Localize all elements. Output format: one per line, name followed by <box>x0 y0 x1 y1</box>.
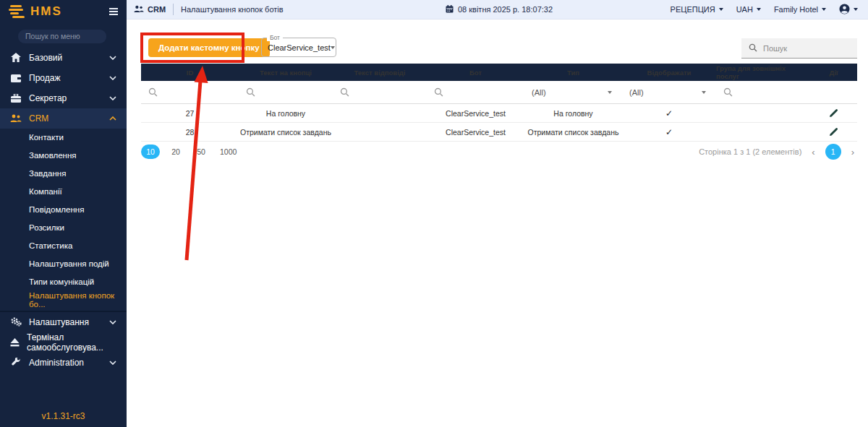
filter-button-text[interactable] <box>239 81 333 103</box>
sidebar-subitem-bot-buttons-settings[interactable]: Налаштування кнопок бо... <box>0 291 127 309</box>
caret-down-icon <box>608 91 612 94</box>
filter-id[interactable] <box>141 81 239 103</box>
filter-external-group[interactable] <box>716 81 810 103</box>
crm-module-icon <box>134 5 144 14</box>
filter-type-value: (All) <box>532 88 546 97</box>
col-header-actions[interactable]: Дії <box>810 64 857 81</box>
cell-button-text: На головну <box>239 104 333 122</box>
col-header-button-text[interactable]: Текст на кнопці <box>239 64 333 81</box>
wrench-icon <box>10 358 22 368</box>
breadcrumb-module[interactable]: CRM <box>134 5 166 14</box>
caret-down-icon <box>702 91 706 94</box>
caret-down-icon <box>331 46 335 49</box>
caret-down-icon <box>719 8 723 11</box>
table-filter-row: (All) (All) <box>141 81 857 104</box>
chevron-up-icon <box>109 116 116 121</box>
sidebar-subitem-communication-types[interactable]: Типи комунікацій <box>0 273 127 291</box>
hotel-dropdown[interactable]: Family Hotel <box>774 5 826 14</box>
prev-page-button[interactable]: ‹ <box>809 147 817 158</box>
sidebar-subitem-orders[interactable]: Замовлення <box>0 147 127 165</box>
hamburger-menu-icon[interactable] <box>109 8 118 15</box>
page-size-10[interactable]: 10 <box>141 145 160 159</box>
col-header-id[interactable]: ID <box>141 64 239 81</box>
filter-reply-text[interactable] <box>333 81 427 103</box>
chevron-down-icon <box>109 320 116 324</box>
col-header-reply-text[interactable]: Текст відповіді <box>333 64 427 81</box>
subitem-label: Типи комунікацій <box>29 277 94 286</box>
table-header-row: ID Текст на кнопці Текст відповіді Бот Т… <box>141 64 857 81</box>
col-header-external-group[interactable]: Група для зовнішніх послуг <box>716 64 810 81</box>
sidebar-item-settings[interactable]: Налаштування <box>0 312 127 332</box>
sidebar-subitem-event-settings[interactable]: Налаштування подій <box>0 255 127 273</box>
sidebar-item-basic[interactable]: Базовий <box>0 48 127 68</box>
cell-external-group <box>716 123 810 141</box>
sidebar-menu-search-input[interactable] <box>18 30 106 43</box>
briefcase-icon <box>10 93 22 103</box>
search-icon <box>749 42 757 55</box>
subitem-label: Повідомлення <box>29 205 84 214</box>
col-header-type[interactable]: Тип <box>524 64 622 81</box>
bot-select-value: ClearService_test <box>268 43 331 52</box>
sidebar-item-label: Секретар <box>29 93 67 103</box>
table-row[interactable]: 27 На головну ClearService_test На голов… <box>141 104 857 123</box>
breadcrumb-separator <box>173 4 174 15</box>
sidebar-subitem-messages[interactable]: Повідомлення <box>0 201 127 219</box>
filter-type-select[interactable]: (All) <box>524 81 622 103</box>
filter-display-value: (All) <box>629 88 644 97</box>
sidebar-subitem-contacts[interactable]: Контакти <box>0 129 127 147</box>
sidebar-item-label: Налаштування <box>29 317 89 327</box>
table-search[interactable] <box>741 38 857 59</box>
sidebar-subitem-mailings[interactable]: Розсилки <box>0 219 127 237</box>
currency-dropdown[interactable]: UAH <box>736 5 761 14</box>
subitem-label: Контакти <box>29 133 64 142</box>
cell-id: 28 <box>141 123 239 141</box>
calendar-icon <box>446 5 454 14</box>
sidebar-item-crm[interactable]: CRM <box>0 108 127 129</box>
filter-display-select[interactable]: (All) <box>622 81 716 103</box>
datetime-text: 08 квітня 2025 р. 18:07:32 <box>458 5 553 14</box>
cell-external-group <box>716 104 810 122</box>
chevron-down-icon <box>109 56 116 60</box>
subitem-label: Налаштування кнопок бо... <box>29 291 127 309</box>
subitem-label: Замовлення <box>29 151 77 160</box>
page-size-20[interactable]: 20 <box>166 145 185 159</box>
sidebar-subitem-tasks[interactable]: Завдання <box>0 165 127 183</box>
page-size-50[interactable]: 50 <box>192 145 210 159</box>
add-custom-button[interactable]: Додати кастомну кнопку <box>148 38 270 57</box>
next-page-button[interactable]: › <box>848 147 857 158</box>
col-header-display[interactable]: Відображати <box>622 64 716 81</box>
chevron-down-icon <box>109 361 116 365</box>
sidebar-item-sales[interactable]: Продаж <box>0 68 127 88</box>
chevron-down-icon <box>109 96 116 100</box>
sidebar-item-label: Administration <box>29 358 84 368</box>
caret-down-icon <box>822 8 826 11</box>
sidebar-item-administration[interactable]: Administration <box>0 353 127 373</box>
table-search-input[interactable] <box>763 44 843 53</box>
sidebar-item-self-service-terminal[interactable]: Термінал самообслуговува... <box>0 332 127 353</box>
filter-bot[interactable] <box>427 81 524 103</box>
app-window: HMS Базовий Продаж Секретар CRM Контак <box>0 0 868 427</box>
col-header-bot[interactable]: Бот <box>427 64 524 81</box>
eject-icon <box>10 337 20 348</box>
bot-select[interactable]: Бот ClearService_test <box>261 38 336 57</box>
edit-button[interactable] <box>810 123 857 141</box>
home-icon <box>10 53 22 63</box>
page-size-1000[interactable]: 1000 <box>217 145 239 159</box>
cell-type: На головну <box>524 104 622 122</box>
user-menu[interactable] <box>839 4 858 16</box>
edit-button[interactable] <box>810 104 857 122</box>
pagination: 10 20 50 1000 Сторінка 1 з 1 (2 елементі… <box>141 144 857 160</box>
department-dropdown[interactable]: РЕЦЕПЦИЯ <box>671 5 723 14</box>
subitem-label: Завдання <box>29 169 66 178</box>
display-check-icon: ✓ <box>622 104 716 122</box>
topbar: CRM Налаштування кнопок ботів 08 квітня … <box>127 0 868 20</box>
cell-type: Отримати список завдань <box>524 123 622 141</box>
users-icon <box>10 113 22 124</box>
subitem-label: Розсилки <box>29 223 64 232</box>
table-row[interactable]: 28 Отримати список завдань ClearService_… <box>141 123 857 142</box>
sidebar-subitem-companies[interactable]: Компанії <box>0 183 127 201</box>
sidebar-item-secretary[interactable]: Секретар <box>0 88 127 108</box>
sidebar-subitem-statistics[interactable]: Статистика <box>0 237 127 255</box>
current-page-button[interactable]: 1 <box>825 144 841 160</box>
bot-buttons-table: ID Текст на кнопці Текст відповіді Бот Т… <box>141 64 857 142</box>
